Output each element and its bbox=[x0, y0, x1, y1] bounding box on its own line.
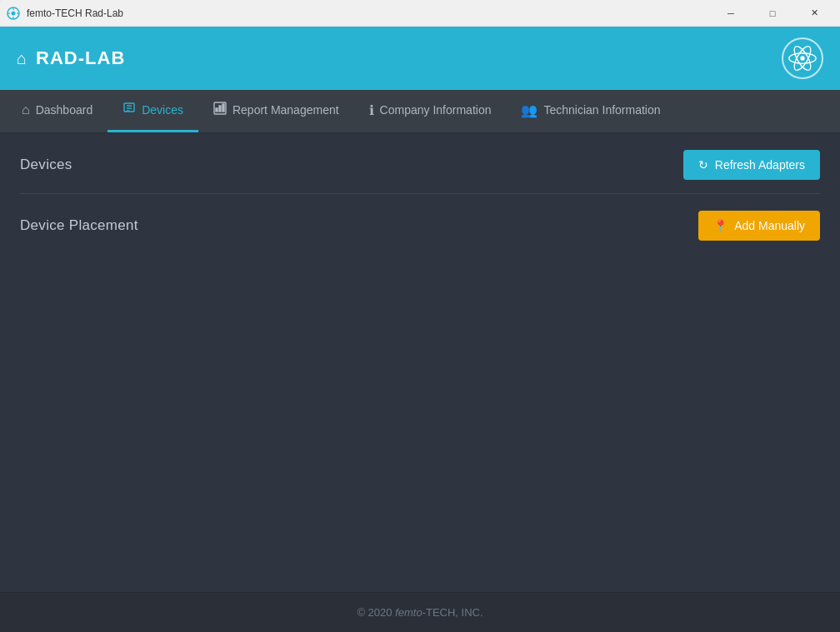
title-bar-left: femto-TECH Rad-Lab bbox=[7, 7, 123, 20]
nav-label-dashboard: Dashboard bbox=[36, 103, 93, 117]
app-atom-icon bbox=[782, 37, 823, 79]
devices-title: Devices bbox=[20, 157, 72, 173]
devices-section-header: Devices ↻ Refresh Adapters bbox=[20, 150, 820, 180]
nav-bar: ⌂ Dashboard Devices Report Management bbox=[0, 90, 840, 133]
add-manually-btn-label: Add Manually bbox=[734, 219, 805, 232]
footer-brand-rest: -TECH, INC. bbox=[422, 606, 483, 619]
refresh-icon: ↻ bbox=[698, 158, 708, 172]
title-bar: femto-TECH Rad-Lab ─ □ ✕ bbox=[0, 0, 840, 27]
maximize-button[interactable]: □ bbox=[753, 1, 792, 26]
app-header: ⌂ RAD-LAB bbox=[0, 27, 840, 90]
nav-label-devices: Devices bbox=[142, 103, 183, 117]
add-manually-button[interactable]: 📍 Add Manually bbox=[698, 211, 820, 241]
close-button[interactable]: ✕ bbox=[795, 1, 833, 26]
nav-item-company-info[interactable]: ℹ Company Information bbox=[354, 90, 507, 132]
nav-item-report-management[interactable]: Report Management bbox=[198, 90, 354, 132]
title-bar-title: femto-TECH Rad-Lab bbox=[27, 7, 123, 19]
minimize-button[interactable]: ─ bbox=[712, 1, 750, 26]
app-logo-text: RAD-LAB bbox=[36, 47, 125, 69]
device-placement-title: Device Placement bbox=[20, 217, 138, 234]
svg-point-1 bbox=[12, 11, 16, 15]
title-bar-controls: ─ □ ✕ bbox=[712, 1, 833, 26]
nav-label-technician: Technician Information bbox=[543, 103, 660, 117]
pin-icon: 📍 bbox=[713, 219, 728, 232]
footer-copyright: © 2020 bbox=[357, 606, 395, 619]
app-icon bbox=[7, 7, 20, 20]
nav-label-company: Company Information bbox=[380, 103, 492, 117]
nav-label-report: Report Management bbox=[232, 103, 339, 117]
refresh-adapters-button[interactable]: ↻ Refresh Adapters bbox=[683, 150, 820, 180]
nav-item-dashboard[interactable]: ⌂ Dashboard bbox=[7, 90, 108, 132]
svg-rect-18 bbox=[222, 104, 224, 112]
device-placement-section: Device Placement 📍 Add Manually bbox=[20, 211, 820, 241]
footer-brand-italic: femto bbox=[395, 606, 422, 619]
svg-point-9 bbox=[800, 56, 804, 60]
nav-item-technician-info[interactable]: 👥 Technician Information bbox=[506, 90, 675, 132]
refresh-btn-label: Refresh Adapters bbox=[715, 158, 805, 172]
devices-icon bbox=[122, 102, 136, 118]
company-icon: ℹ bbox=[369, 102, 374, 118]
report-icon bbox=[213, 102, 227, 118]
svg-rect-16 bbox=[216, 108, 218, 112]
app-logo: ⌂ RAD-LAB bbox=[17, 47, 125, 69]
devices-divider bbox=[20, 193, 820, 194]
footer-text: © 2020 femto-TECH, INC. bbox=[357, 606, 482, 619]
main-content: Devices ↻ Refresh Adapters Device Placem… bbox=[0, 133, 840, 592]
nav-item-devices[interactable]: Devices bbox=[108, 90, 198, 132]
svg-rect-17 bbox=[219, 106, 221, 112]
technician-icon: 👥 bbox=[521, 102, 538, 118]
footer: © 2020 femto-TECH, INC. bbox=[0, 592, 840, 632]
dashboard-icon: ⌂ bbox=[22, 102, 30, 117]
home-icon: ⌂ bbox=[17, 49, 28, 68]
